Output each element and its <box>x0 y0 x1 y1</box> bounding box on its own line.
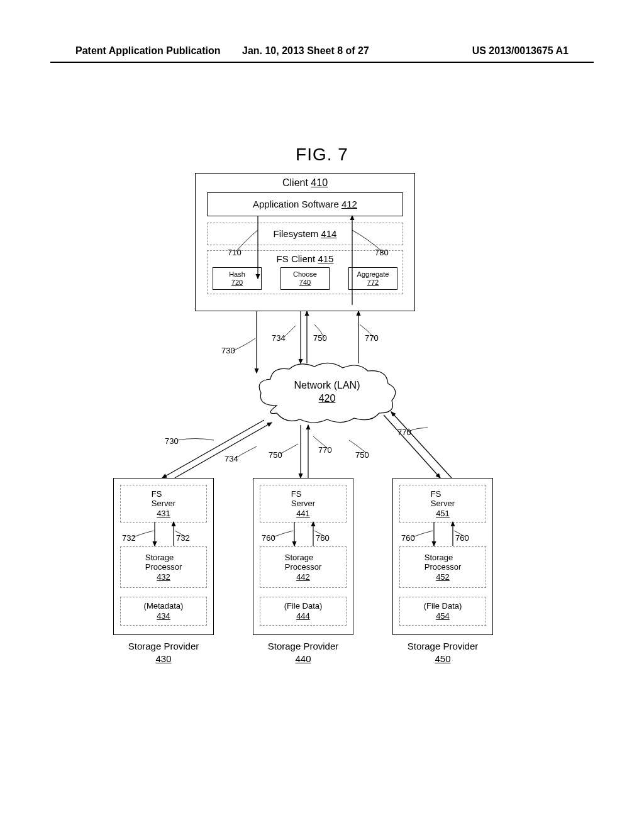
fs-server-a: FS Server 431 <box>120 485 207 523</box>
ref-730-mid: 730 <box>165 436 179 446</box>
fs-server-c-label: FS Server <box>431 489 455 509</box>
aggregate-box: Aggregate 772 <box>348 267 397 290</box>
storage-proc-c: Storage Processor 452 <box>399 546 486 588</box>
header-middle: Jan. 10, 2013 Sheet 8 of 27 <box>242 45 369 57</box>
hash-label: Hash <box>229 270 245 279</box>
storage-store-a-ref: 434 <box>157 611 170 621</box>
storage-proc-c-ref: 452 <box>436 572 450 582</box>
ref-770-midR: 770 <box>397 428 411 437</box>
choose-label: Choose <box>293 270 317 279</box>
page-header: Patent Application Publication Jan. 10, … <box>0 45 644 57</box>
ref-760-b-r: 760 <box>316 533 330 543</box>
header-left: Patent Application Publication <box>75 45 221 57</box>
choose-box: Choose 740 <box>280 267 330 290</box>
sp-footer-b-ref: 440 <box>295 653 311 664</box>
sp-box-b: FS Server 441 Storage Processor 442 (Fil… <box>253 478 353 635</box>
filesystem-label: Filesystem <box>274 228 319 240</box>
hash-box: Hash 720 <box>213 267 262 290</box>
client-title: Client 410 <box>196 177 414 189</box>
network-ref: 420 <box>319 393 336 404</box>
network-text: Network (LAN) <box>294 380 360 390</box>
ref-750-midR: 750 <box>355 450 369 460</box>
svg-line-10 <box>384 415 440 478</box>
storage-proc-a-ref: 432 <box>157 572 170 582</box>
storage-provider-c: FS Server 451 Storage Processor 452 (Fil… <box>392 478 493 665</box>
ref-760-b-l: 760 <box>262 533 275 543</box>
ref-750-top: 750 <box>313 333 327 343</box>
fs-server-b: FS Server 441 <box>260 485 347 523</box>
network-label: Network (LAN) 420 <box>255 379 399 406</box>
fs-client-label: FS Client <box>277 253 316 264</box>
svg-line-7 <box>175 423 272 478</box>
client-title-label: Client <box>282 177 308 188</box>
app-software-label: Application Software <box>253 199 339 211</box>
sp-footer-c-label: Storage Provider <box>408 641 479 651</box>
figure-title: FIG. 7 <box>0 145 644 165</box>
fs-server-a-ref: 431 <box>157 509 170 519</box>
fs-client-ref: 415 <box>318 253 333 264</box>
storage-proc-b-label: Storage Processor <box>285 553 322 572</box>
ref-710: 710 <box>228 248 242 257</box>
sp-footer-a: Storage Provider 430 <box>113 640 214 665</box>
storage-provider-b: FS Server 441 Storage Processor 442 (Fil… <box>253 478 353 665</box>
svg-line-6 <box>162 420 264 478</box>
storage-store-b-label: (File Data) <box>284 601 323 611</box>
storage-proc-b-ref: 442 <box>296 572 310 582</box>
hash-ref: 720 <box>231 279 243 287</box>
sp-box-c: FS Server 451 Storage Processor 452 (Fil… <box>392 478 493 635</box>
storage-store-a-label: (Metadata) <box>144 601 184 611</box>
storage-provider-a: FS Server 431 Storage Processor 432 (Met… <box>113 478 214 665</box>
storage-proc-c-label: Storage Processor <box>425 553 462 572</box>
storage-store-b: (File Data) 444 <box>260 597 347 626</box>
ref-750-midL: 750 <box>269 450 282 460</box>
storage-store-b-ref: 444 <box>296 611 310 621</box>
client-title-ref: 410 <box>311 177 328 188</box>
aggregate-ref: 772 <box>367 279 379 287</box>
storage-proc-a-label: Storage Processor <box>145 553 182 572</box>
fs-client-row: Hash 720 Choose 740 Aggregate 772 <box>213 267 397 290</box>
sp-footer-a-ref: 430 <box>155 653 171 664</box>
ref-734-mid: 734 <box>225 454 238 463</box>
ref-760-c-l: 760 <box>401 533 415 543</box>
header-rule <box>50 62 594 63</box>
app-software-box: Application Software 412 <box>207 192 403 216</box>
ref-780: 780 <box>375 248 389 257</box>
app-software-ref: 412 <box>341 199 357 211</box>
sp-footer-b-label: Storage Provider <box>268 641 339 651</box>
ref-770-top: 770 <box>365 333 379 343</box>
network-cloud: Network (LAN) 420 <box>255 362 399 424</box>
storage-store-c-label: (File Data) <box>424 601 462 611</box>
ref-770-midL: 770 <box>318 445 332 455</box>
sp-footer-c-ref: 450 <box>435 653 450 664</box>
ref-730-top: 730 <box>221 346 235 355</box>
choose-ref: 740 <box>299 279 311 287</box>
ref-732-r: 732 <box>176 533 190 543</box>
storage-proc-a: Storage Processor 432 <box>120 546 207 588</box>
storage-store-c-ref: 454 <box>436 611 450 621</box>
ref-732-l: 732 <box>122 533 136 543</box>
filesystem-box: Filesystem 414 <box>207 223 403 245</box>
header-right: US 2013/0013675 A1 <box>472 45 569 57</box>
client-box: Client 410 Application Software 412 File… <box>195 173 415 311</box>
fs-server-b-ref: 441 <box>296 509 310 519</box>
sp-footer-a-label: Storage Provider <box>128 641 199 651</box>
fs-server-b-label: FS Server <box>291 489 315 509</box>
fs-server-c: FS Server 451 <box>399 485 486 523</box>
aggregate-label: Aggregate <box>357 270 389 279</box>
sp-footer-b: Storage Provider 440 <box>253 640 353 665</box>
sp-box-a: FS Server 431 Storage Processor 432 (Met… <box>113 478 214 635</box>
ref-734-top: 734 <box>272 333 286 343</box>
fs-server-c-ref: 451 <box>436 509 450 519</box>
storage-proc-b: Storage Processor 442 <box>260 546 347 588</box>
svg-line-11 <box>391 412 452 478</box>
fs-server-a-label: FS Server <box>152 489 175 509</box>
storage-store-a: (Metadata) 434 <box>120 597 207 626</box>
storage-store-c: (File Data) 454 <box>399 597 486 626</box>
ref-760-c-r: 760 <box>455 533 469 543</box>
filesystem-ref: 414 <box>321 228 336 240</box>
sp-footer-c: Storage Provider 450 <box>392 640 493 665</box>
page: Patent Application Publication Jan. 10, … <box>0 0 644 830</box>
